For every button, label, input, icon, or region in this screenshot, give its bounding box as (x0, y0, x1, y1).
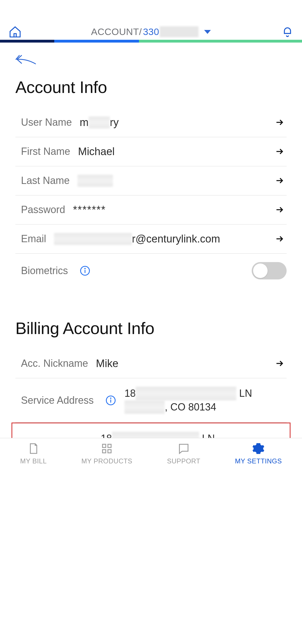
label-first-name: First Name (21, 146, 70, 157)
chevron-right-icon (273, 147, 287, 156)
value-mailing-address: 18XXXXXXXXXXXXX LN XXXXXX, CO 80134 (101, 432, 272, 438)
nav-my-bill[interactable]: MY BILL (20, 442, 47, 465)
account-prefix: ACCOUNT/ (91, 26, 142, 37)
row-service-address: Service Address 18XXXXXXXXXXXXXXX LN XXX… (15, 378, 287, 423)
svg-rect-8 (103, 450, 106, 453)
email-masked: XXXXXXXXXXX (54, 233, 132, 245)
svg-rect-7 (108, 444, 111, 447)
account-selector[interactable]: ACCOUNT/ 330 XXXXXX (0, 26, 302, 37)
chevron-right-icon (273, 176, 287, 185)
nav-label: MY PRODUCTS (81, 457, 132, 465)
nav-label: MY SETTINGS (235, 457, 282, 465)
bottom-spacer (0, 469, 302, 644)
value-service-address: 18XXXXXXXXXXXXXXX LN XXXXXX, CO 80134 (124, 387, 273, 414)
label-nickname: Acc. Nickname (21, 358, 88, 369)
nav-support[interactable]: SUPPORT (167, 442, 200, 465)
chevron-right-icon (273, 205, 287, 214)
section-title-billing-info: Billing Account Info (15, 319, 287, 338)
svg-rect-6 (103, 444, 106, 447)
mail-addr-l1-post: LN (199, 433, 215, 438)
status-bar-spacer (0, 0, 302, 24)
account-number-visible: 330 (143, 26, 159, 37)
value-username: m XXX ry (80, 116, 273, 129)
info-icon (80, 265, 90, 276)
nav-my-settings[interactable]: MY SETTINGS (235, 442, 282, 465)
value-password: ******* (73, 204, 273, 216)
products-icon (100, 442, 113, 455)
back-button[interactable] (15, 54, 287, 71)
svg-point-2 (85, 268, 85, 269)
app-header: ACCOUNT/ 330 XXXXXX (0, 24, 302, 40)
support-icon (177, 442, 190, 455)
biometrics-info-button[interactable] (80, 265, 90, 276)
svg-rect-9 (108, 450, 111, 453)
label-service-address: Service Address (21, 395, 94, 406)
username-pre: m (80, 116, 89, 129)
header-accent-bar (0, 40, 302, 43)
value-nickname: Mike (96, 358, 273, 370)
last-name-masked: XXXXX (77, 175, 113, 187)
label-email: Email (21, 233, 46, 245)
svc-addr-l2-mask: XXXXXX (124, 400, 165, 414)
email-post: r@centurylink.com (132, 233, 220, 245)
chevron-right-icon (273, 234, 287, 244)
home-icon (8, 25, 22, 39)
account-number-hidden: XXXXXX (160, 26, 199, 37)
chevron-down-icon (204, 30, 211, 34)
row-username[interactable]: User Name m XXX ry (15, 108, 287, 137)
value-email: XXXXXXXXXXX r@centurylink.com (54, 233, 273, 245)
info-icon (105, 395, 116, 406)
notifications-button[interactable] (277, 26, 294, 38)
chevron-right-icon (273, 118, 287, 127)
row-first-name[interactable]: First Name Michael (15, 137, 287, 166)
label-biometrics: Biometrics (21, 265, 68, 277)
row-last-name[interactable]: Last Name XXXXX (15, 166, 287, 195)
row-biometrics: Biometrics (15, 254, 287, 288)
section-title-account-info: Account Info (15, 78, 287, 97)
value-last-name: XXXXX (77, 175, 273, 187)
row-mailing-address[interactable]: Mailing Address 18XXXXXXXXXXXXX LN XXXXX… (16, 423, 286, 438)
home-button[interactable] (8, 25, 25, 39)
label-last-name: Last Name (21, 175, 70, 186)
biometrics-toggle[interactable] (252, 262, 287, 279)
row-nickname[interactable]: Acc. Nickname Mike (15, 349, 287, 378)
back-arrow-icon (15, 54, 37, 66)
chevron-right-icon (273, 359, 287, 368)
bottom-nav: MY BILL MY PRODUCTS SUPPORT MY SETTINGS (0, 438, 302, 469)
nav-label: MY BILL (20, 457, 47, 465)
row-email[interactable]: Email XXXXXXXXXXX r@centurylink.com (15, 225, 287, 254)
nav-label: SUPPORT (167, 457, 200, 465)
main-content: Account Info User Name m XXX ry First Na… (0, 43, 302, 438)
svc-addr-l1-post: LN (236, 388, 252, 399)
svg-point-5 (110, 398, 111, 398)
row-password[interactable]: Password ******* (15, 195, 287, 225)
bell-icon (281, 26, 294, 38)
bill-icon (27, 442, 40, 455)
toggle-knob (253, 263, 268, 278)
value-first-name: Michael (78, 146, 273, 158)
svc-addr-l1-mask: XXXXXXXXXXXXXXX (136, 387, 236, 400)
username-masked: XXX (89, 116, 110, 129)
svc-addr-l1-pre: 18 (124, 388, 136, 399)
svg-point-10 (257, 447, 260, 450)
label-password: Password (21, 204, 65, 216)
svc-addr-l2-post: , CO 80134 (165, 401, 216, 413)
settings-icon (252, 442, 265, 455)
nav-my-products[interactable]: MY PRODUCTS (81, 442, 132, 465)
username-post: ry (110, 116, 119, 129)
mail-addr-l1-pre: 18 (101, 433, 112, 438)
label-username: User Name (21, 116, 72, 128)
highlighted-rows: Mailing Address 18XXXXXXXXXXXXX LN XXXXX… (11, 423, 291, 438)
mail-addr-l1-mask: XXXXXXXXXXXXX (112, 432, 199, 438)
service-address-info-button[interactable] (105, 395, 116, 406)
